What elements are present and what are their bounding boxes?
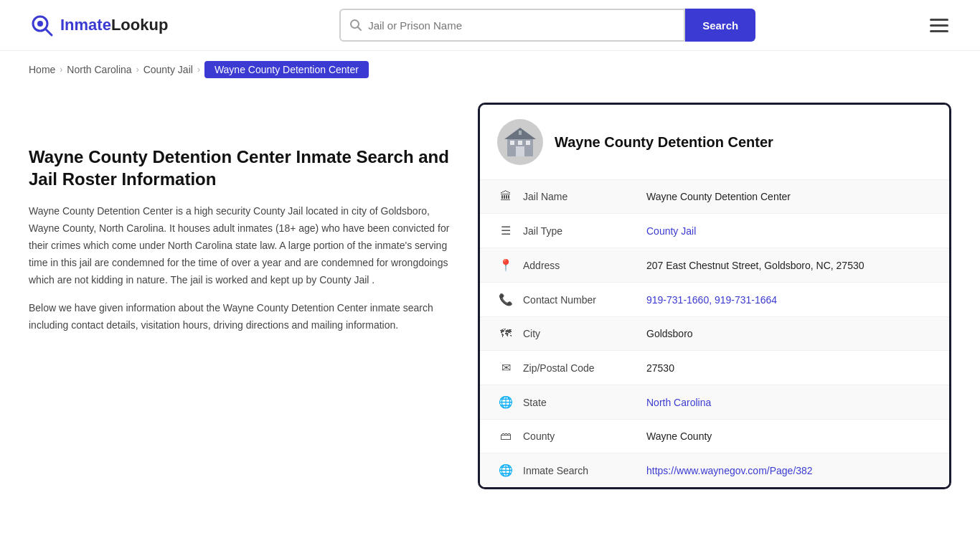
logo[interactable]: InmateLookup xyxy=(29,12,168,38)
menu-button[interactable] xyxy=(927,16,951,35)
info-row: 🌐Inmate Searchhttps://www.waynegov.com/P… xyxy=(480,453,949,487)
info-row: 🗺CityGoldsboro xyxy=(480,317,949,351)
search-bar: Search xyxy=(339,9,755,42)
info-row: 🏛Jail NameWayne County Detention Center xyxy=(480,180,949,214)
row-label: Zip/Postal Code xyxy=(523,362,638,374)
info-row: ☰Jail TypeCounty Jail xyxy=(480,214,949,248)
search-icon xyxy=(349,19,362,32)
svg-rect-8 xyxy=(510,141,514,145)
main-content: Wayne County Detention Center Inmate Sea… xyxy=(0,88,980,504)
row-label: Inmate Search xyxy=(523,465,638,476)
breadcrumb-home[interactable]: Home xyxy=(29,64,55,75)
row-value[interactable]: 919-731-1660, 919-731-1664 xyxy=(646,294,932,306)
inmate-icon: 🌐 xyxy=(497,463,514,477)
row-value: 207 East Chestnut Street, Goldsboro, NC,… xyxy=(646,260,932,271)
svg-rect-9 xyxy=(526,141,530,145)
row-label: City xyxy=(523,328,638,339)
building-icon xyxy=(503,125,537,159)
row-link[interactable]: 919-731-1660, 919-731-1664 xyxy=(646,294,777,306)
svg-line-4 xyxy=(358,27,362,31)
phone-icon: 📞 xyxy=(497,293,514,306)
jail-icon: 🏛 xyxy=(497,190,514,203)
row-value: 27530 xyxy=(646,362,932,374)
address-icon: 📍 xyxy=(497,258,514,272)
card-header: Wayne County Detention Center xyxy=(480,105,949,180)
header: InmateLookup Search xyxy=(0,0,980,51)
svg-point-2 xyxy=(37,21,43,27)
row-value[interactable]: County Jail xyxy=(646,225,932,237)
chevron-icon: › xyxy=(60,65,62,75)
info-row: 🌐StateNorth Carolina xyxy=(480,385,949,420)
breadcrumb-state[interactable]: North Carolina xyxy=(67,64,131,75)
facility-card: Wayne County Detention Center 🏛Jail Name… xyxy=(478,103,951,489)
type-icon: ☰ xyxy=(497,224,514,237)
svg-rect-11 xyxy=(519,131,522,135)
description-2: Below we have given information about th… xyxy=(29,300,456,334)
svg-rect-10 xyxy=(518,141,522,145)
description-1: Wayne County Detention Center is a high … xyxy=(29,203,456,288)
logo-text: InmateLookup xyxy=(60,16,168,34)
row-link[interactable]: https://www.waynegov.com/Page/382 xyxy=(646,465,813,476)
state-icon: 🌐 xyxy=(497,395,514,409)
left-content: Wayne County Detention Center Inmate Sea… xyxy=(29,103,456,346)
row-label: Address xyxy=(523,260,638,271)
row-value: Wayne County Detention Center xyxy=(646,191,932,202)
row-value: Wayne County xyxy=(646,430,932,442)
row-link[interactable]: County Jail xyxy=(646,225,696,237)
info-row: 📞Contact Number919-731-1660, 919-731-166… xyxy=(480,283,949,317)
search-button[interactable]: Search xyxy=(685,9,755,42)
info-rows: 🏛Jail NameWayne County Detention Center☰… xyxy=(480,180,949,487)
page-title: Wayne County Detention Center Inmate Sea… xyxy=(29,146,456,190)
chevron-icon: › xyxy=(197,65,200,75)
svg-line-1 xyxy=(45,29,52,35)
city-icon: 🗺 xyxy=(497,327,514,340)
row-label: Jail Type xyxy=(523,225,638,237)
row-value[interactable]: North Carolina xyxy=(646,397,932,408)
row-label: State xyxy=(523,397,638,408)
search-input-wrap xyxy=(339,9,685,42)
facility-thumbnail xyxy=(497,119,543,165)
row-label: Contact Number xyxy=(523,294,638,306)
row-value[interactable]: https://www.waynegov.com/Page/382 xyxy=(646,465,932,476)
info-row: 📍Address207 East Chestnut Street, Goldsb… xyxy=(480,248,949,283)
row-label: Jail Name xyxy=(523,191,638,202)
zip-icon: ✉ xyxy=(497,361,514,375)
chevron-icon: › xyxy=(136,65,139,75)
search-input[interactable] xyxy=(368,19,675,32)
breadcrumb-current: Wayne County Detention Center xyxy=(204,61,369,78)
breadcrumb-type[interactable]: County Jail xyxy=(143,64,193,75)
info-row: 🗃CountyWayne County xyxy=(480,420,949,453)
card-facility-name: Wayne County Detention Center xyxy=(555,134,773,151)
row-link[interactable]: North Carolina xyxy=(646,397,711,408)
row-value: Goldsboro xyxy=(646,328,932,339)
logo-icon xyxy=(29,12,55,38)
row-label: County xyxy=(523,430,638,442)
county-icon: 🗃 xyxy=(497,430,514,443)
breadcrumb: Home › North Carolina › County Jail › Wa… xyxy=(0,51,980,88)
info-row: ✉Zip/Postal Code27530 xyxy=(480,351,949,385)
svg-rect-7 xyxy=(516,146,524,156)
